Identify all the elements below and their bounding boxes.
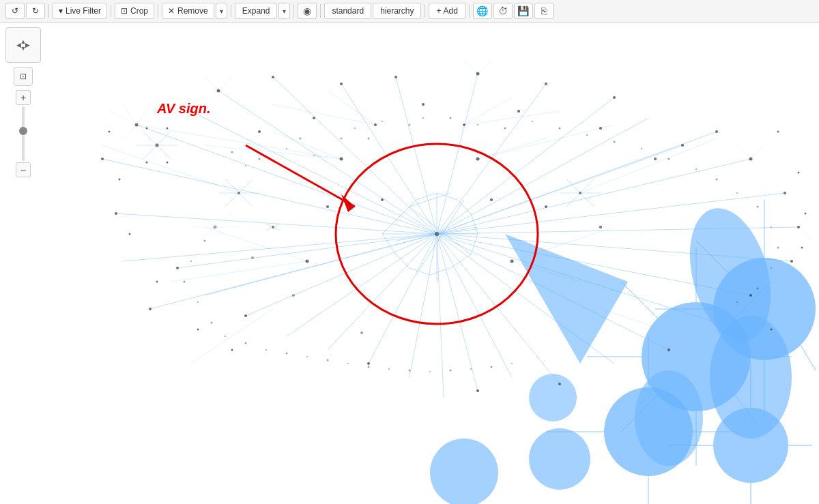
svg-point-114 [374,123,377,126]
separator-1 [48,4,49,18]
svg-point-145 [599,226,602,228]
svg-point-96 [613,96,616,99]
svg-point-203 [477,124,478,125]
svg-point-27 [430,439,498,504]
svg-point-193 [286,148,287,149]
svg-point-190 [231,151,233,153]
svg-line-59 [437,234,444,398]
separator-5 [293,4,294,18]
svg-line-15 [801,345,816,370]
svg-point-204 [504,128,506,130]
svg-point-118 [109,131,111,133]
svg-point-135 [313,117,315,119]
svg-point-229 [306,356,308,357]
svg-point-215 [771,226,772,228]
svg-line-254 [205,77,218,91]
svg-point-121 [156,281,158,283]
svg-line-44 [437,98,614,234]
remove-button[interactable]: ✕ Remove [162,3,214,19]
svg-line-172 [396,254,410,268]
pin-button[interactable]: ◉ [298,3,317,19]
zoom-track[interactable] [22,106,25,161]
svg-point-98 [715,130,718,133]
separator-8 [469,4,470,18]
remove-dropdown[interactable]: ▾ [216,3,227,19]
svg-line-64 [246,234,437,316]
svg-point-105 [558,383,561,385]
svg-point-136 [422,103,425,106]
svg-line-33 [102,159,437,234]
graph-svg [0,23,819,504]
export-button[interactable]: ⎘ [534,3,554,19]
svg-line-251 [123,104,136,125]
svg-line-70 [478,125,614,159]
svg-point-133 [167,162,169,164]
standard-button[interactable]: standard [324,3,371,19]
svg-line-60 [410,234,437,377]
svg-point-217 [771,267,772,269]
svg-line-246 [198,227,215,241]
save-icon: 💾 [517,5,529,16]
live-filter-button[interactable]: ▾ Live Filter [53,3,107,19]
svg-point-86 [101,158,104,160]
crop-label: Crop [130,6,148,16]
svg-point-144 [545,205,547,208]
svg-point-108 [244,314,247,317]
hierarchy-button[interactable]: hierarchy [373,3,421,19]
separator-7 [425,4,425,18]
export-icon: ⎘ [541,5,547,16]
svg-point-195 [313,155,315,156]
svg-point-110 [340,158,343,161]
svg-point-91 [272,76,274,78]
svg-point-131 [167,128,169,130]
svg-line-72 [205,227,307,261]
svg-point-138 [599,127,602,130]
save-button[interactable]: 💾 [514,3,533,19]
zoom-out-button[interactable]: − [16,162,31,177]
remove-label: Remove [177,6,208,16]
graph-canvas[interactable]: AV sign. [0,23,819,504]
fit-button[interactable]: ⊡ [14,67,33,86]
svg-line-260 [799,213,812,227]
svg-point-226 [245,342,247,344]
svg-point-132 [146,162,148,164]
svg-point-26 [529,428,590,490]
undo-button[interactable]: ↺ [5,3,25,19]
svg-point-123 [231,349,233,351]
svg-point-95 [545,83,547,85]
clock-button[interactable]: ⏱ [493,3,513,19]
expand-dropdown[interactable]: ▾ [278,3,290,19]
globe-button[interactable]: 🌐 [473,3,492,19]
svg-line-47 [437,132,717,234]
clock-icon: ⏱ [498,5,508,16]
svg-point-139 [654,158,657,160]
zoom-in-button[interactable]: + [16,90,31,105]
svg-line-160 [566,193,580,207]
svg-point-202 [450,117,452,119]
svg-point-198 [368,138,370,140]
svg-point-238 [491,366,493,368]
redo-button[interactable]: ↻ [26,3,45,19]
svg-line-77 [328,91,375,125]
separator-4 [231,4,231,18]
zoom-thumb[interactable] [19,127,27,135]
crop-button[interactable]: ⊡ Crop [115,3,154,19]
add-button[interactable]: + Add [429,3,465,19]
annotation-arrow [246,145,355,212]
expand-button[interactable]: Expand [235,3,278,19]
svg-point-104 [667,349,670,351]
nav-right-arrow: ▶ [25,42,30,48]
svg-line-79 [464,111,560,125]
svg-point-103 [749,294,752,297]
svg-point-130 [146,128,148,130]
svg-line-61 [369,234,437,364]
nav-pad[interactable]: ▲ ▼ ◀ ▶ [5,27,41,63]
svg-point-230 [327,359,329,361]
svg-point-227 [265,349,267,351]
svg-point-128 [771,329,773,331]
svg-line-148 [143,145,157,159]
svg-line-62 [328,234,437,350]
svg-point-143 [490,198,493,201]
remove-icon: ✕ [168,6,175,16]
svg-line-69 [273,132,341,159]
